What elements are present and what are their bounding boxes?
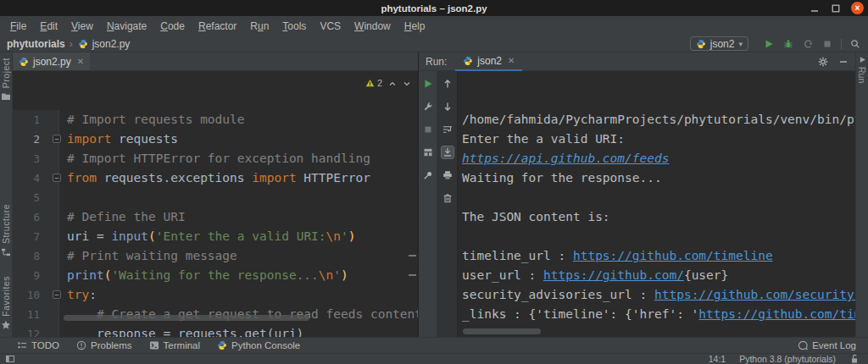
tool-stripe-tab-favorites[interactable]: Favorites (0, 276, 12, 330)
menu-item-edit[interactable]: Edit (33, 20, 64, 32)
pin-tab-button[interactable] (421, 168, 435, 182)
editor-line[interactable]: 9print('Waiting for the response...\n') (13, 266, 418, 285)
editor-tab-json2[interactable]: json2.py ✕ (13, 52, 90, 70)
tool-stripe-tab-run[interactable]: Run (856, 56, 868, 83)
down-stacktrace-button[interactable] (441, 100, 454, 113)
menu-item-help[interactable]: Help (398, 20, 432, 32)
run-configuration-label: json2 (710, 38, 735, 50)
debug-button[interactable] (782, 38, 794, 50)
editor-line[interactable]: 3# Import HTTPError for exception handli… (13, 149, 418, 168)
event-log-button[interactable]: Event Log (798, 340, 856, 350)
breadcrumb-project[interactable]: phytutorials (7, 38, 65, 50)
run-button[interactable] (763, 38, 775, 50)
fold-marker-icon[interactable]: − (53, 135, 61, 143)
tool-window-button-terminal[interactable]: Terminal (141, 340, 209, 350)
code-token: ) (341, 268, 348, 282)
editor-line[interactable]: 1# Import requests module (13, 110, 418, 130)
minimize-button[interactable] (809, 3, 821, 14)
console-link[interactable]: https://github.com/security-a (654, 288, 855, 301)
tool-window-button-label: Python Console (231, 340, 300, 350)
maximize-button[interactable] (830, 3, 842, 14)
console-text: security_advisories_url : (462, 288, 654, 301)
console-link[interactable]: https://api.github.com/feeds (462, 152, 669, 165)
tool-stripe-tab-structure[interactable]: Structure (0, 204, 12, 257)
code-text: # Print waiting message (59, 246, 237, 266)
editor-line[interactable]: 5 (13, 188, 418, 207)
code-token: ' (341, 229, 348, 243)
code-text: try: (59, 285, 97, 305)
console-link[interactable]: https://github.com/timeline (573, 249, 773, 262)
run-icon (859, 56, 866, 63)
fold-marker-icon[interactable]: − (53, 290, 61, 299)
menu-item-tools[interactable]: Tools (275, 20, 313, 32)
tool-stripe-tab-project[interactable]: Project (0, 58, 12, 102)
fold-marker-icon[interactable]: − (53, 174, 61, 182)
editor-line[interactable]: 6# Define the URI (13, 207, 418, 227)
scroll-to-end-button[interactable] (441, 146, 454, 159)
close-icon[interactable]: ✕ (77, 57, 84, 66)
rerun-button[interactable] (421, 77, 435, 91)
hide-panel-icon[interactable] (838, 57, 849, 67)
editor-line[interactable]: 12 response = requests.get(uri) (13, 324, 418, 337)
close-icon[interactable]: ✕ (508, 56, 515, 65)
run-configuration-select[interactable]: json2 ▾ (690, 36, 748, 51)
previous-warning-icon[interactable] (388, 80, 397, 88)
line-number: 6 (13, 207, 59, 227)
code-text: import requests (59, 130, 178, 149)
editor-horizontal-scrollbar[interactable] (64, 315, 309, 321)
caret-position[interactable]: 14:1 (709, 354, 726, 364)
console-horizontal-scrollbar[interactable] (463, 328, 541, 334)
breadcrumb-file[interactable]: json2.py (92, 38, 131, 50)
editor-line[interactable]: 8# Print waiting message (13, 246, 418, 266)
menu-item-vcs[interactable]: VCS (313, 20, 348, 32)
editor-line[interactable]: 10−try: (13, 285, 418, 305)
coverage-button[interactable] (802, 38, 814, 50)
code-token: print (67, 268, 104, 282)
editor-line[interactable]: 2−import requests (13, 130, 418, 149)
line-number: 12 (13, 324, 59, 337)
menu-item-view[interactable]: View (64, 20, 100, 32)
interpreter-indicator[interactable]: Python 3.8 (phytutorials) (739, 354, 836, 364)
terminal-icon (149, 340, 159, 350)
problems-icon (76, 340, 86, 350)
menu-item-navigate[interactable]: Navigate (100, 20, 153, 32)
up-stacktrace-button[interactable] (441, 77, 454, 91)
console-link[interactable]: https://github.com/tim (698, 307, 855, 321)
event-log-label: Event Log (812, 340, 856, 350)
menu-item-code[interactable]: Code (153, 20, 192, 32)
next-warning-icon[interactable] (403, 80, 411, 88)
chevron-down-icon: ▾ (738, 40, 743, 48)
restore-layout-button[interactable] (421, 146, 435, 159)
bottom-tool-bar: TODOProblemsTerminalPython Console Event… (0, 337, 868, 353)
close-button[interactable]: × (851, 2, 864, 14)
tool-window-button-todo[interactable]: TODO (8, 340, 68, 350)
tool-window-switcher-icon[interactable] (5, 354, 15, 364)
editor-line[interactable]: 7uri = input('Enter the a valid URI:\n') (13, 227, 418, 246)
gear-icon[interactable] (818, 57, 828, 67)
stop-button[interactable] (821, 38, 833, 50)
menu-item-window[interactable]: Window (348, 20, 398, 32)
console-line (462, 188, 855, 207)
console-link[interactable]: https://github.com/ (543, 268, 684, 282)
print-button[interactable] (441, 168, 454, 182)
clear-console-button[interactable] (441, 191, 454, 205)
tool-window-button-problems[interactable]: Problems (68, 340, 141, 350)
menu-item-file[interactable]: File (3, 20, 33, 32)
soft-wrap-button[interactable] (441, 123, 454, 136)
lock-icon[interactable] (849, 354, 860, 364)
menu-bar: FileEditViewNavigateCodeRefactorRunTools… (0, 16, 868, 36)
search-everywhere-button[interactable] (849, 38, 861, 50)
pycharm-window: phytutorials – json2.py × FileEditViewNa… (0, 0, 868, 364)
menu-item-refactor[interactable]: Refactor (192, 20, 243, 32)
navigation-bar: phytutorials › json2.py json2 ▾ (0, 36, 868, 52)
inspection-widget[interactable]: 2 (365, 74, 411, 93)
modify-run-configuration-button[interactable] (421, 100, 435, 113)
editor-body[interactable]: 1# Import requests module2−import reques… (13, 71, 418, 337)
run-tab-json2[interactable]: json2 ✕ (455, 52, 522, 71)
console-line: Waiting for the response... (462, 168, 855, 188)
tool-window-button-python-console[interactable]: Python Console (209, 340, 309, 350)
editor-line[interactable]: 4−from requests.exceptions import HTTPEr… (13, 168, 418, 188)
stop-process-button[interactable] (421, 123, 435, 136)
menu-item-run[interactable]: Run (243, 20, 275, 32)
console-output[interactable]: /home/fahmida/PycharmProjects/phytutoria… (458, 71, 855, 337)
